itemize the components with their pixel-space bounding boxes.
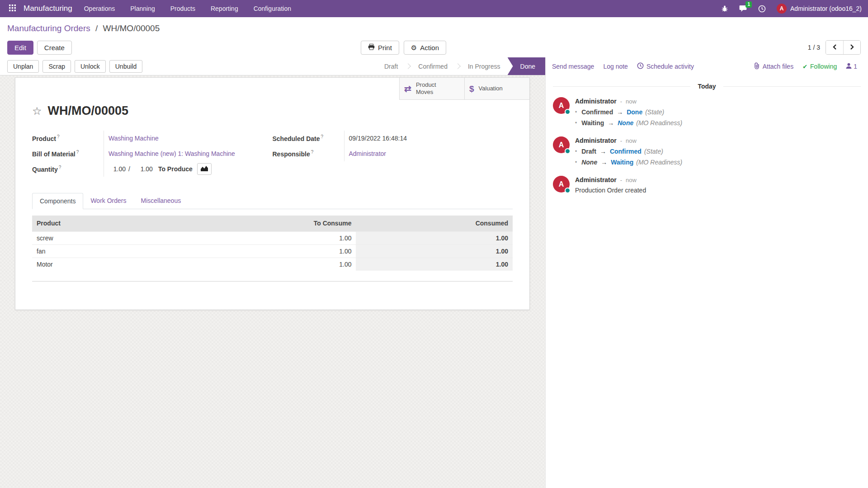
field-group: Product? Washing Machine Bill of Materia…: [32, 131, 513, 177]
tab-work-orders[interactable]: Work Orders: [83, 193, 133, 209]
menu-products[interactable]: Products: [170, 5, 195, 12]
message-author[interactable]: Administrator: [575, 98, 617, 105]
field-responsible: Responsible? Administrator: [273, 146, 513, 161]
chatter-header-right: Attach files ✔ Following 1: [754, 62, 857, 70]
log-note-button[interactable]: Log note: [603, 63, 628, 70]
message-author[interactable]: Administrator: [575, 176, 617, 183]
arrow-icon: →: [617, 108, 623, 116]
form-column: Unplan Scrap Unlock Unbuild Draft Confir…: [0, 57, 545, 488]
state-done-active[interactable]: Done: [508, 57, 545, 75]
chevron-left-icon: [832, 44, 837, 51]
message-author[interactable]: Administrator: [575, 137, 617, 144]
table-row[interactable]: Motor 1.00 1.00: [32, 258, 513, 271]
chevron-right-icon: [849, 44, 854, 51]
messages-chat-icon[interactable]: 1: [739, 5, 747, 12]
arrow-icon: →: [608, 119, 614, 127]
help-marker: ?: [57, 134, 60, 139]
field-product: Product? Washing Machine: [32, 131, 273, 146]
apps-grid-icon: [9, 5, 16, 13]
unbuild-button[interactable]: Unbuild: [109, 60, 142, 73]
activities-clock-icon[interactable]: [758, 5, 766, 13]
tracking-old-value: Confirmed: [581, 108, 613, 116]
tracking-old-value: Waiting: [581, 119, 604, 127]
cell-consumed: 1.00: [356, 258, 513, 271]
to-produce-label: To Produce: [158, 165, 193, 173]
tracking-field-name: (State): [644, 148, 663, 155]
edit-button[interactable]: Edit: [7, 41, 33, 55]
arrow-icon: →: [600, 148, 606, 155]
pager-next-button[interactable]: [843, 41, 860, 54]
divider-line: [723, 86, 861, 87]
valuation-label: Valuation: [479, 85, 503, 92]
help-marker: ?: [321, 134, 324, 139]
valuation-stat-button[interactable]: $ Valuation: [464, 78, 529, 100]
menu-operations[interactable]: Operations: [84, 5, 115, 12]
message-header: Administrator - now: [575, 176, 646, 183]
action-button[interactable]: ⚙ Action: [404, 41, 446, 55]
tracking-line: • None → Waiting (MO Readiness): [575, 159, 682, 166]
favorite-star-icon[interactable]: ☆: [32, 106, 42, 117]
send-message-button[interactable]: Send message: [552, 63, 594, 70]
following-button[interactable]: ✔ Following: [802, 63, 837, 70]
person-icon: [846, 63, 852, 70]
product-moves-stat-button[interactable]: ⇄ Product Moves: [399, 78, 464, 100]
header-consumed: Consumed: [356, 216, 513, 231]
breadcrumb-parent-link[interactable]: Manufacturing Orders: [7, 23, 90, 33]
bullet-icon: •: [575, 120, 577, 126]
current-app-name[interactable]: Manufacturing: [24, 4, 72, 13]
menu-planning[interactable]: Planning: [130, 5, 155, 12]
pager-previous-button[interactable]: [826, 41, 843, 54]
state-separator-icon: [455, 63, 461, 69]
field-bill-of-material: Bill of Material? Washing Machine (new) …: [32, 146, 273, 161]
bom-label: Bill of Material?: [32, 150, 104, 158]
scheduled-date-value: 09/19/2022 16:48:14: [349, 135, 407, 142]
chatter-message: A Administrator - now • Draft → Confirme…: [553, 136, 861, 166]
cell-consumed: 1.00: [356, 231, 513, 244]
time-dash: -: [620, 177, 622, 183]
apps-menu-button[interactable]: [6, 3, 18, 14]
responsible-value-link[interactable]: Administrator: [349, 150, 386, 157]
tracking-field-name: (State): [645, 108, 664, 116]
tracking-line: • Draft → Confirmed (State): [575, 148, 682, 155]
state-in-progress[interactable]: In Progress: [461, 57, 508, 75]
tab-components[interactable]: Components: [32, 193, 83, 209]
tab-miscellaneous[interactable]: Miscellaneous: [133, 193, 188, 209]
product-label: Product?: [32, 134, 104, 142]
scrap-button[interactable]: Scrap: [42, 60, 71, 73]
field-quantity: Quantity? 1.00 / 1.00 To Produce: [32, 161, 273, 177]
unlock-button[interactable]: Unlock: [75, 60, 106, 73]
forecast-chart-button[interactable]: [197, 163, 212, 175]
followers-button[interactable]: 1: [846, 63, 857, 70]
stat-buttons: ⇄ Product Moves $ Valuation: [399, 78, 529, 100]
state-separator-icon: [405, 63, 411, 69]
cell-product: Motor: [32, 258, 170, 271]
record-title-block: ☆ WH/MO/00005: [32, 104, 529, 118]
state-confirmed[interactable]: Confirmed: [411, 57, 455, 75]
message-body: Production Order created: [575, 187, 646, 194]
pager: 1 / 3: [808, 40, 861, 55]
avatar-letter: A: [559, 102, 564, 110]
create-button[interactable]: Create: [37, 41, 72, 55]
schedule-activity-button[interactable]: Schedule activity: [637, 62, 694, 70]
online-presence-dot: [565, 148, 571, 154]
chatter: Send message Log note Schedule activity: [545, 57, 868, 488]
table-row[interactable]: screw 1.00 1.00: [32, 231, 513, 244]
print-button[interactable]: Print: [361, 41, 399, 55]
table-row[interactable]: fan 1.00 1.00: [32, 244, 513, 258]
product-value-link[interactable]: Washing Machine: [108, 135, 159, 142]
state-draft[interactable]: Draft: [377, 57, 405, 75]
bom-value-link[interactable]: Washing Machine (new) 1: Washing Machine: [108, 150, 235, 157]
quantity-produced: 1.00: [108, 165, 126, 173]
menu-reporting[interactable]: Reporting: [211, 5, 238, 12]
user-menu[interactable]: A Administrator (odoo16_2): [777, 4, 862, 14]
divider-label: Today: [698, 83, 716, 90]
scheduled-date-label: Scheduled Date?: [273, 134, 344, 142]
message-time: now: [626, 137, 637, 144]
form-view-background: ⇄ Product Moves $ Valuation ☆ WH/MO/0000…: [0, 75, 545, 488]
attach-files-button[interactable]: Attach files: [754, 62, 793, 70]
menu-configuration[interactable]: Configuration: [254, 5, 291, 12]
breadcrumb-current: WH/MO/00005: [103, 23, 160, 33]
debug-bug-icon[interactable]: [721, 5, 728, 12]
action-buttons-row: Edit Create Print ⚙ Action 1 / 3: [0, 38, 868, 57]
unplan-button[interactable]: Unplan: [7, 60, 39, 73]
